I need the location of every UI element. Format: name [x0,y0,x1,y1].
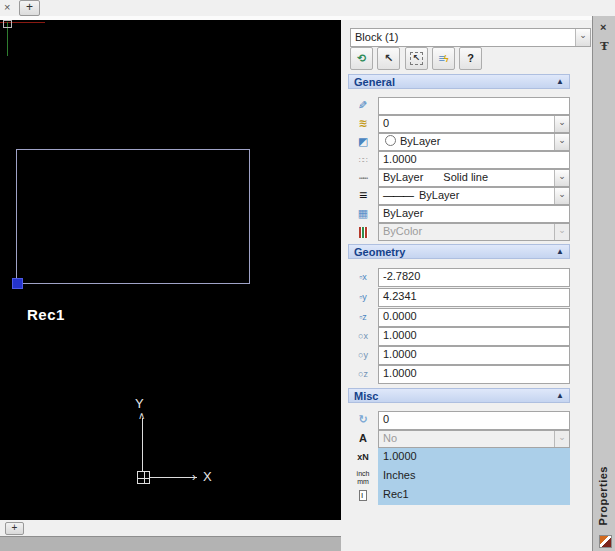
section-header-general[interactable]: General ▲ [348,74,570,89]
row-unit-factor: 1.0000 [341,448,592,465]
row-units: Inches [341,467,592,484]
rotation-icon [351,411,375,428]
chevron-down-icon [554,431,569,447]
select-objects-button[interactable] [377,47,400,70]
close-panel-icon[interactable]: × [600,21,606,33]
section-title: General [354,76,395,88]
collapse-arrow-icon[interactable]: ▲ [556,245,564,259]
field-value: 1.0000 [379,152,569,167]
section-header-geometry[interactable]: Geometry ▲ [348,244,570,259]
field-value: ByLayer [379,206,569,221]
plot-style-select: ByColor [378,223,570,241]
chevron-down-icon[interactable] [554,116,569,132]
rotation-field[interactable]: 0 [378,411,570,430]
annotative-select: No [378,430,570,448]
row-position-z: 0.0000 [341,308,592,325]
chevron-down-icon [554,224,569,240]
annotative-icon [351,430,375,447]
object-type-value: Block (1) [351,29,590,46]
position-z-field[interactable]: 0.0000 [378,308,570,327]
row-plot-style: ByColor [341,223,592,240]
ucs-origin-marker [3,20,12,28]
color-swatch-icon [385,135,396,146]
field-value: No [379,431,569,446]
selected-rectangle[interactable] [16,149,250,284]
position-y-field[interactable]: 4.2341 [378,288,570,307]
row-block-name: Rec1 [341,486,592,503]
chevron-down-icon[interactable] [554,188,569,204]
pin-icon[interactable]: Ŧ [600,38,609,54]
panel-bottom-icon [599,535,612,548]
axis-origin-icon [137,471,150,484]
layer-select[interactable]: 0 [378,115,570,133]
position-y-icon [351,288,375,305]
row-lineweight: ———ByLayer [341,187,592,204]
scale-x-icon [351,327,375,344]
grip-handle[interactable] [12,278,23,289]
axis-x-label: X [203,469,212,484]
properties-panel: Block (1) ? General ▲ 0 ByLayer [341,20,592,551]
row-transparency: ByLayer [341,205,592,222]
row-position-y: 4.2341 [341,288,592,305]
lineweight-select[interactable]: ———ByLayer [378,187,570,205]
field-value: ByLayer [379,134,569,149]
scale-z-field[interactable]: 1.0000 [378,365,570,384]
row-linetype: ByLayerSolid line [341,169,592,186]
help-button[interactable]: ? [459,47,482,70]
field-value: 1.0000 [379,449,569,464]
linetype-scale-icon [351,151,375,168]
units-field: Inches [378,467,570,486]
tab-bar: × + [0,0,615,16]
new-tab-button[interactable]: + [19,0,40,16]
panel-title-vertical[interactable]: Properties [597,466,609,525]
pen-icon [351,97,375,114]
field-value: 1.0000 [379,328,569,343]
field-value: 0 [379,116,569,131]
section-title: Misc [354,390,378,402]
scale-y-field[interactable]: 1.0000 [378,346,570,365]
color-select[interactable]: ByLayer [378,133,570,151]
status-bar [0,536,342,551]
add-view-button[interactable]: + [5,522,24,535]
collapse-arrow-icon[interactable]: ▲ [556,389,564,403]
chevron-down-icon[interactable] [554,170,569,186]
quick-properties-button[interactable] [432,47,455,70]
field-value: ByColor [379,224,569,239]
field-value: 1.0000 [379,347,569,362]
chevron-down-icon[interactable] [575,29,590,46]
field-value: 1.0000 [379,366,569,381]
quick-select-button[interactable] [350,47,373,70]
hyperlink-field[interactable] [378,97,570,115]
scale-z-icon [351,365,375,382]
scale-y-icon [351,346,375,363]
row-linetype-scale: 1.0000 [341,151,592,168]
transparency-field[interactable]: ByLayer [378,205,570,223]
row-scale-y: 1.0000 [341,346,592,363]
chevron-down-icon[interactable] [554,134,569,150]
row-scale-x: 1.0000 [341,327,592,344]
field-value: 0.0000 [379,309,569,324]
collapse-arrow-icon[interactable]: ▲ [556,75,564,89]
drawing-canvas[interactable]: Rec1 Y X [0,20,341,520]
lineweight-icon [351,187,375,204]
row-scale-z: 1.0000 [341,365,592,382]
linetype-select[interactable]: ByLayerSolid line [378,169,570,187]
scale-x-field[interactable]: 1.0000 [378,327,570,346]
panel-side-bar: × Ŧ Properties [592,16,615,551]
linetype-scale-field[interactable]: 1.0000 [378,151,570,169]
field-value: Rec1 [379,487,569,502]
row-layer: 0 [341,115,592,132]
row-hyperlink [341,97,592,114]
axis-x-arrowhead-icon [192,473,200,481]
field-value: 0 [379,412,569,427]
field-value: -2.7820 [379,269,569,284]
object-type-select[interactable]: Block (1) [350,28,591,47]
section-header-misc[interactable]: Misc ▲ [348,388,570,403]
toggle-pickadd-button[interactable] [405,47,428,70]
row-position-x: -2.7820 [341,268,592,285]
block-name-field: Rec1 [378,486,570,505]
close-tab-icon[interactable]: × [4,1,10,13]
position-x-field[interactable]: -2.7820 [378,268,570,287]
unit-factor-field: 1.0000 [378,448,570,467]
axis-x-line [149,477,197,478]
